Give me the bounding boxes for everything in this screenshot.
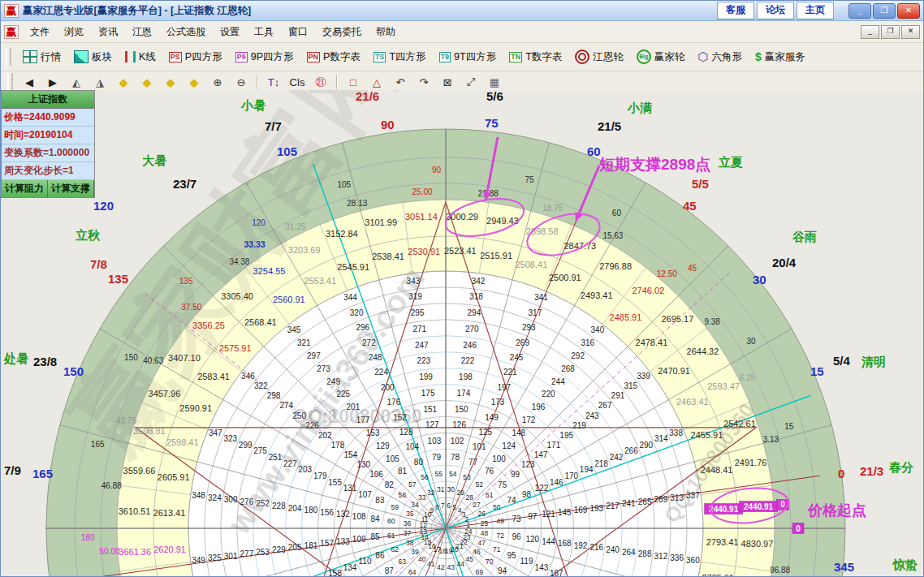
cls-button[interactable]: Cls <box>286 73 309 91</box>
zoom-out-button[interactable]: ⊖ <box>230 73 253 91</box>
svg-text:6: 6 <box>447 502 451 510</box>
box-x-button[interactable]: ⊠ <box>436 73 459 91</box>
calendar-21-button[interactable]: ㉑ <box>309 73 332 91</box>
panel-button-计算阻力[interactable]: 计算阻力 <box>2 180 48 197</box>
svg-text:28: 28 <box>465 493 473 502</box>
toolbar-button-K线[interactable]: K线 <box>119 47 162 67</box>
toolbar-grip2 <box>7 73 13 91</box>
svg-text:42: 42 <box>437 563 445 571</box>
menu-item-公式选股[interactable]: 公式选股 <box>159 23 213 41</box>
svg-text:104: 104 <box>405 442 419 451</box>
svg-text:33: 33 <box>418 493 426 502</box>
main-toolbar: 行情板块K线PSP四方形P99P四方形PNP数字表TST四方形T99T四方形TN… <box>1 43 923 71</box>
toolbar-button-T四方形[interactable]: TST四方形 <box>368 47 432 67</box>
svg-text:322: 322 <box>254 381 268 390</box>
rotate-ccw-button[interactable]: ↶ <box>389 73 412 91</box>
svg-text:288: 288 <box>638 549 652 558</box>
svg-text:312: 312 <box>654 552 668 561</box>
pointer-down-button[interactable]: ◮ <box>89 73 111 91</box>
toolbar-button-P四方形[interactable]: PSP四方形 <box>163 47 228 67</box>
mdi-minimize-button[interactable]: _ <box>861 25 879 39</box>
toolbar-button-9T四方形[interactable]: T99T四方形 <box>434 47 503 67</box>
triangle-tool-button[interactable]: △ <box>365 73 388 91</box>
toolbar-button-六角形[interactable]: ⬡六角形 <box>692 47 748 67</box>
svg-text:242: 242 <box>610 453 624 462</box>
svg-text:216: 216 <box>589 543 603 552</box>
svg-text:9.38: 9.38 <box>704 317 720 326</box>
mdi-close-button[interactable]: ✕ <box>901 25 920 39</box>
quick-button-主页[interactable]: 主页 <box>797 2 834 19</box>
svg-text:134: 134 <box>343 563 357 572</box>
t-updown-button[interactable]: T↕ <box>262 73 285 91</box>
menu-item-工具[interactable]: 工具 <box>247 23 281 41</box>
svg-text:28.13: 28.13 <box>347 199 367 208</box>
svg-text:2515.91: 2515.91 <box>480 251 512 261</box>
svg-text:立秋: 立秋 <box>75 228 101 242</box>
step-up-button[interactable]: ◆ <box>159 73 182 91</box>
app-logo-icon: 赢 <box>4 4 19 18</box>
toolbar-button-赢家服务[interactable]: $赢家服务 <box>749 47 811 67</box>
svg-text:60: 60 <box>612 209 622 217</box>
clear-button[interactable]: ▦ <box>483 73 506 91</box>
toolbar-button-9P四方形[interactable]: P99P四方形 <box>230 47 300 67</box>
toolbar-button-P数字表[interactable]: PNP数字表 <box>301 47 366 67</box>
menu-item-交易委托[interactable]: 交易委托 <box>315 23 369 41</box>
svg-text:15: 15 <box>810 364 824 378</box>
square-tool-button[interactable]: □ <box>342 73 365 91</box>
svg-text:2598.41: 2598.41 <box>166 437 199 447</box>
svg-text:130: 130 <box>356 460 370 469</box>
close-button[interactable]: ✕ <box>897 3 920 19</box>
fit-button[interactable]: ⤢ <box>460 73 482 91</box>
toolbar-button-行情[interactable]: 行情 <box>17 47 67 67</box>
quick-button-论坛[interactable]: 论坛 <box>757 2 794 19</box>
quick-button-客服[interactable]: 客服 <box>717 2 754 19</box>
menu-item-资讯[interactable]: 资讯 <box>91 23 125 41</box>
page-prev-button[interactable]: ◀ <box>18 73 41 91</box>
pointer-up-button[interactable]: ◭ <box>65 73 88 91</box>
menu-item-窗口[interactable]: 窗口 <box>281 23 315 41</box>
page-next-button[interactable]: ▶ <box>41 73 64 91</box>
svg-text:119: 119 <box>520 557 533 566</box>
zoom-in-button[interactable]: ⊕ <box>206 73 229 91</box>
menu-item-设置[interactable]: 设置 <box>213 23 247 41</box>
svg-text:274: 274 <box>280 401 294 410</box>
mdi-restore-button[interactable]: ❐ <box>881 25 900 39</box>
toolbar-button-江恩轮[interactable]: 江恩轮 <box>569 46 629 67</box>
svg-text:193: 193 <box>589 504 603 513</box>
svg-text:173: 173 <box>491 398 505 407</box>
toolbar-label: 9P四方形 <box>251 50 294 64</box>
svg-text:34: 34 <box>411 501 419 509</box>
svg-text:196: 196 <box>532 403 546 411</box>
svg-text:2485.91: 2485.91 <box>610 312 642 322</box>
svg-text:131: 131 <box>343 484 357 493</box>
hexagon-icon: ⬡ <box>697 51 708 62</box>
svg-text:165: 165 <box>32 467 53 480</box>
menu-item-文件[interactable]: 文件 <box>23 23 57 41</box>
toolbar-label: 行情 <box>41 50 61 64</box>
minimize-button[interactable]: _ <box>848 3 871 19</box>
toolbar-button-赢家轮[interactable]: Big赢家轮 <box>631 46 691 67</box>
svg-text:45: 45 <box>465 555 473 563</box>
panel-button-计算支撑[interactable]: 计算支撑 <box>48 180 94 197</box>
svg-text:77: 77 <box>468 458 478 467</box>
toolbar-button-板块[interactable]: 板块 <box>68 47 118 67</box>
step-right-button[interactable]: ◆ <box>136 73 158 91</box>
rotate-cw-button[interactable]: ↷ <box>412 73 435 91</box>
svg-text:346: 346 <box>241 372 255 381</box>
svg-text:30: 30 <box>447 485 456 493</box>
svg-text:2613.41: 2613.41 <box>153 508 186 518</box>
maximize-button[interactable]: ❐ <box>873 3 896 19</box>
svg-text:324: 324 <box>208 493 222 502</box>
svg-text:2523.41: 2523.41 <box>444 246 477 256</box>
app-window: 赢 赢家江恩专业版[赢家服务平台] - [上证指数 江恩轮] 客服论坛主页 _❐… <box>0 0 924 577</box>
toolbar-button-T数字表[interactable]: TNT数字表 <box>503 47 568 67</box>
menu-item-帮助[interactable]: 帮助 <box>369 23 403 41</box>
svg-text:2695.17: 2695.17 <box>661 314 693 324</box>
grid-icon <box>23 50 37 63</box>
step-down-button[interactable]: ◆ <box>183 73 205 91</box>
menu-item-浏览[interactable]: 浏览 <box>57 23 91 41</box>
menu-item-江恩[interactable]: 江恩 <box>125 23 159 41</box>
step-left-button[interactable]: ◆ <box>112 73 135 91</box>
gann-wheel-canvas[interactable]: 2778.414729.262785.914780.122793.414830.… <box>1 90 923 576</box>
svg-text:84: 84 <box>370 515 380 523</box>
